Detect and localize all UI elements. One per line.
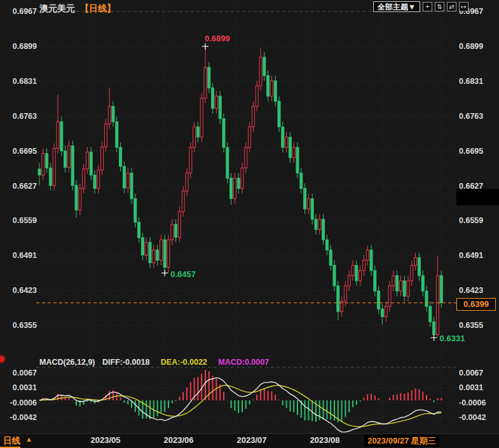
- price-axis-label: 0.6423: [6, 285, 37, 295]
- macd-axis-label: -0.0006: [459, 398, 496, 408]
- chart-canvas[interactable]: [0, 0, 499, 448]
- macd-params-label: MACD(26,12,9): [39, 358, 95, 367]
- price-axis-label: 0.6559: [6, 215, 37, 226]
- period-tag: 【日线】: [80, 3, 116, 13]
- macd-axis-label: -0.0042: [6, 412, 37, 423]
- price-axis-label: 0.6559: [459, 215, 496, 226]
- crosshair-icon[interactable]: +: [423, 2, 432, 11]
- macd-axis-label: -0.0006: [6, 398, 37, 408]
- theme-dropdown[interactable]: 全部主题▼: [373, 1, 420, 12]
- macd-dea-label: DEA:-0.0022: [161, 358, 207, 367]
- macd-axis-label: -0.0042: [459, 412, 496, 423]
- price-axis-label: 0.6491: [6, 250, 37, 261]
- macd-axis-label: 0.0067: [459, 368, 496, 378]
- price-axis-label: 0.6763: [459, 111, 496, 121]
- price-axis-label: 0.6355: [6, 320, 37, 330]
- toolbar: 全部主题▼ + ⇅ ⇄ ↦: [373, 1, 468, 12]
- swing-low-annotation: 0.6457: [170, 269, 196, 279]
- price-axis-label: 0.6355: [459, 320, 496, 330]
- date-label: 2023/07: [223, 435, 280, 445]
- current-date-tag: 2023/09/27 星期三: [364, 435, 439, 447]
- zoom-vertical-axis-icon[interactable]: ⇅: [435, 2, 444, 11]
- price-axis-label: 0.6899: [6, 41, 37, 51]
- period-tab-daily[interactable]: 日线: [3, 435, 20, 447]
- macd-axis-label: 0.0031: [6, 383, 37, 393]
- macd-value-label: MACD:0.0007: [218, 358, 269, 367]
- date-label: 2023/06: [150, 435, 207, 445]
- date-label: 2023/05: [77, 435, 134, 445]
- price-axis-label: 0.6831: [6, 76, 37, 86]
- current-price-tag: 0.6399: [456, 298, 496, 311]
- macd-axis-label: 0.0031: [459, 383, 496, 393]
- price-axis-label: 0.6831: [459, 76, 496, 86]
- redacted-area: [456, 189, 499, 205]
- low-price-annotation: 0.6331: [440, 334, 465, 343]
- time-axis-bar: 日线 ▲ 2023/052023/062023/072023/08 2023/0…: [0, 433, 499, 448]
- date-label: 2023/08: [296, 435, 353, 445]
- chart-header: 澳元美元 【日线】: [39, 3, 116, 15]
- macd-diff-label: DIFF:-0.0018: [102, 358, 149, 367]
- expand-arrow-icon[interactable]: ▲: [25, 435, 32, 443]
- macd-axis-label: 0.0067: [6, 368, 37, 378]
- price-axis-label: 0.6695: [459, 146, 496, 156]
- price-axis-label: 0.6491: [459, 250, 496, 261]
- price-axis-label: 0.6967: [6, 6, 37, 17]
- high-price-annotation: 0.6899: [205, 34, 230, 43]
- macd-legend: MACD(26,12,9) DIFF:-0.0018 DEA:-0.0022 M…: [39, 358, 269, 367]
- zoom-horizontal-axis-icon[interactable]: ⇄: [447, 2, 456, 11]
- price-axis-label: 0.6899: [459, 41, 496, 51]
- exit-fullscreen-icon[interactable]: ↦: [459, 2, 468, 11]
- symbol-title: 澳元美元: [39, 3, 75, 13]
- price-axis-label: 0.6763: [6, 111, 37, 121]
- price-axis-label: 0.6627: [6, 181, 37, 191]
- price-axis-label: 0.6423: [459, 285, 496, 295]
- trading-chart-app: 澳元美元 【日线】 全部主题▼ + ⇅ ⇄ ↦ 0.69670.69670.68…: [0, 0, 499, 448]
- price-axis-label: 0.6695: [6, 146, 37, 156]
